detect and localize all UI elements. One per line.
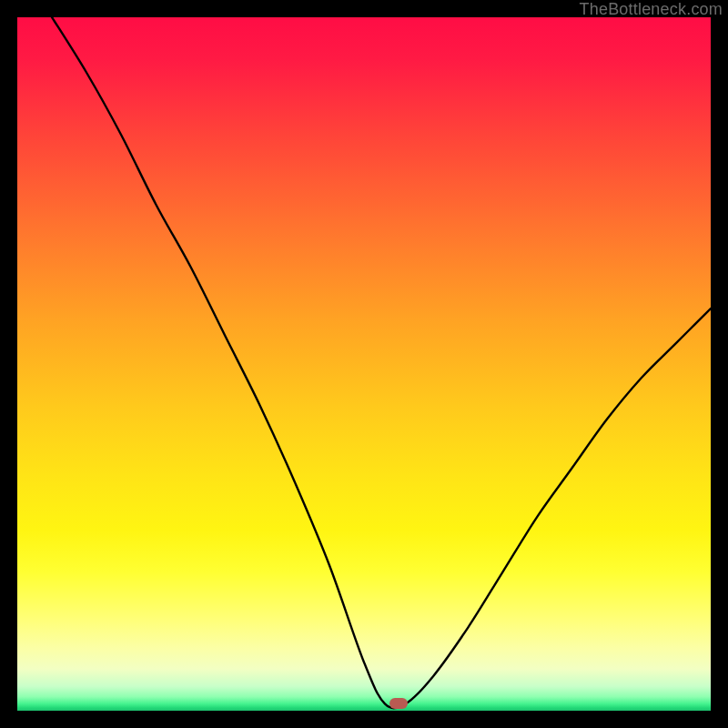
- bottleneck-curve: [52, 17, 711, 708]
- plot-area: [17, 17, 711, 711]
- watermark-text: TheBottleneck.com: [580, 0, 723, 19]
- current-config-marker: [389, 698, 408, 709]
- chart-frame: TheBottleneck.com: [0, 0, 728, 728]
- curve-layer: [17, 17, 711, 711]
